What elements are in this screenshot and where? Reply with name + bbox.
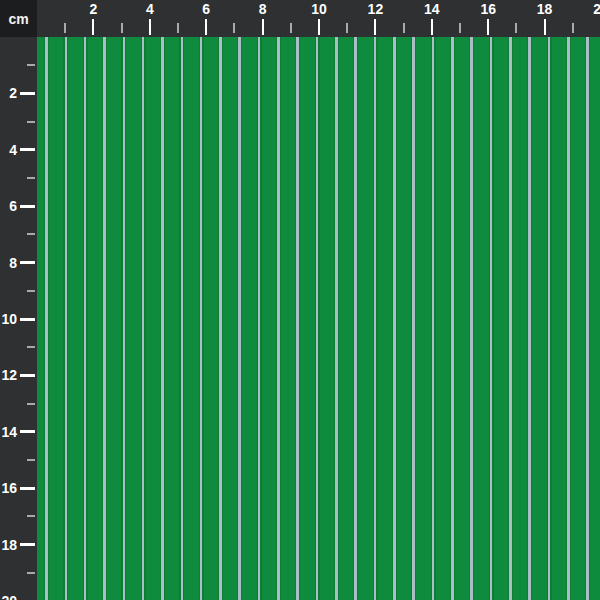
ruler-label: 16 xyxy=(0,480,17,496)
ruler-label: 10 xyxy=(0,311,17,327)
ruler-label: 4 xyxy=(146,1,154,17)
ruler-tick-major xyxy=(431,19,433,35)
ruler-tick-major xyxy=(487,19,489,35)
ruler-tick-major xyxy=(374,19,376,35)
ruler-tick-minor xyxy=(177,23,179,33)
ruler-label: 16 xyxy=(480,1,496,17)
ruler-tick-major xyxy=(205,19,207,35)
ruler-tick-major xyxy=(20,487,35,490)
ruler-label: 6 xyxy=(0,198,17,214)
ruler-tick-minor xyxy=(121,23,123,33)
ruler-tick-major xyxy=(20,318,35,321)
ruler-tick-major xyxy=(20,148,35,151)
ruler-tick-minor xyxy=(27,403,35,405)
ruler-tick-major xyxy=(318,19,320,35)
ruler-label: 18 xyxy=(537,1,553,17)
vertical-ruler: 2468101214161820 xyxy=(0,0,37,600)
ruler-tick-major xyxy=(20,430,35,433)
ruler-tick-minor xyxy=(64,23,66,33)
ruler-label: 18 xyxy=(0,537,17,553)
ruler-label: 12 xyxy=(0,367,17,383)
ruler-label: 4 xyxy=(0,142,17,158)
ruler-tick-minor xyxy=(27,64,35,66)
ruler-tick-major xyxy=(262,19,264,35)
ruler-tick-major xyxy=(20,543,35,546)
ruler-label: 12 xyxy=(368,1,384,17)
fabric-preview-stage: 2468101214161820 2468101214161820 cm xyxy=(0,0,600,600)
ruler-tick-minor xyxy=(27,572,35,574)
fabric-swatch xyxy=(37,37,600,600)
ruler-label: 2 xyxy=(0,85,17,101)
ruler-label: 8 xyxy=(259,1,267,17)
ruler-tick-minor xyxy=(27,515,35,517)
ruler-tick-minor xyxy=(572,23,574,33)
horizontal-ruler: 2468101214161820 xyxy=(0,0,600,37)
ruler-label: 20 xyxy=(0,593,17,600)
ruler-tick-minor xyxy=(403,23,405,33)
ruler-unit-label: cm xyxy=(8,11,28,27)
ruler-label: 8 xyxy=(0,255,17,271)
ruler-label: 14 xyxy=(0,424,17,440)
ruler-tick-major xyxy=(20,92,35,95)
ruler-tick-minor xyxy=(27,233,35,235)
ruler-tick-minor xyxy=(233,23,235,33)
ruler-tick-major xyxy=(20,205,35,208)
ruler-label: 20 xyxy=(593,1,600,17)
ruler-tick-major xyxy=(544,19,546,35)
ruler-label: 14 xyxy=(424,1,440,17)
ruler-tick-major xyxy=(92,19,94,35)
ruler-label: 2 xyxy=(89,1,97,17)
ruler-tick-minor xyxy=(459,23,461,33)
ruler-tick-minor xyxy=(27,290,35,292)
ruler-tick-minor xyxy=(27,459,35,461)
ruler-unit-box: cm xyxy=(0,0,37,37)
ruler-tick-major xyxy=(149,19,151,35)
ruler-tick-minor xyxy=(515,23,517,33)
ruler-tick-minor xyxy=(290,23,292,33)
ruler-tick-minor xyxy=(346,23,348,33)
ruler-tick-minor xyxy=(27,346,35,348)
ruler-label: 6 xyxy=(202,1,210,17)
ruler-tick-minor xyxy=(27,121,35,123)
ruler-tick-minor xyxy=(27,177,35,179)
ruler-tick-major xyxy=(20,374,35,377)
ruler-tick-major xyxy=(20,261,35,264)
ruler-label: 10 xyxy=(311,1,327,17)
